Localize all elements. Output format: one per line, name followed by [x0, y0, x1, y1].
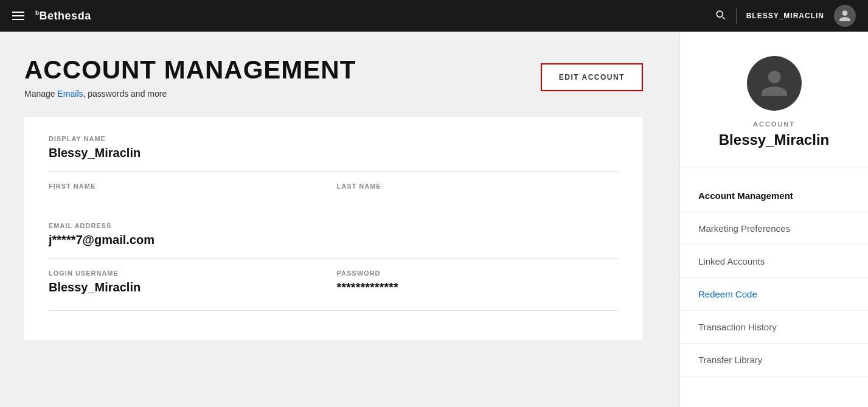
- password-label: PASSWORD: [337, 270, 619, 277]
- last-name-label: LAST NAME: [337, 183, 619, 190]
- sidebar-item-linked-accounts[interactable]: Linked Accounts: [680, 245, 868, 278]
- email-label: EMAIL ADDRESS: [49, 222, 619, 229]
- password-group: PASSWORD *************: [337, 270, 619, 294]
- email-group: EMAIL ADDRESS j*****7@gmail.com: [49, 222, 619, 247]
- last-name-value: [337, 193, 619, 207]
- password-value: *************: [337, 280, 619, 294]
- search-icon[interactable]: [714, 9, 726, 23]
- login-username-label: LOGIN USERNAME: [49, 270, 331, 277]
- account-card: DISPLAY NAME Blessy_Miraclin FIRST NAME …: [24, 117, 643, 340]
- sidebar-account-label: ACCOUNT: [753, 120, 795, 128]
- login-row: LOGIN USERNAME Blessy_Miraclin PASSWORD …: [49, 270, 619, 299]
- page-title: ACCOUNT MANAGEMENT: [24, 56, 356, 84]
- nav-divider: [736, 7, 737, 24]
- topnav-left: bBethesda: [12, 10, 91, 23]
- nav-username: BLESSY_MIRACLIN: [746, 12, 824, 20]
- divider-1: [49, 171, 619, 172]
- sidebar-item-transaction-history[interactable]: Transaction History: [680, 311, 868, 344]
- first-name-group: FIRST NAME: [49, 183, 331, 207]
- sidebar-item-marketing-preferences[interactable]: Marketing Preferences: [680, 212, 868, 245]
- subtitle-rest: , passwords and more: [83, 89, 167, 99]
- subtitle-text: Manage: [24, 89, 57, 99]
- sidebar-item-account-management[interactable]: Account Management: [680, 179, 868, 212]
- subtitle-link[interactable]: Emails: [57, 89, 83, 99]
- header-title-block: ACCOUNT MANAGEMENT Manage Emails, passwo…: [24, 56, 356, 99]
- topnav-right: BLESSY_MIRACLIN: [714, 5, 856, 27]
- page-subtitle: Manage Emails, passwords and more: [24, 89, 356, 99]
- first-name-value: [49, 193, 331, 207]
- edit-account-button[interactable]: EDIT ACCOUNT: [541, 63, 643, 91]
- divider-3: [49, 310, 619, 311]
- email-value: j*****7@gmail.com: [49, 233, 619, 247]
- sidebar-avatar: [747, 56, 802, 111]
- sidebar-item-transfer-library[interactable]: Transfer Library: [680, 344, 868, 377]
- login-username-group: LOGIN USERNAME Blessy_Miraclin: [49, 270, 331, 294]
- nav-avatar[interactable]: [834, 5, 856, 27]
- page-body: ACCOUNT MANAGEMENT Manage Emails, passwo…: [0, 32, 868, 407]
- display-name-value: Blessy_Miraclin: [49, 146, 619, 160]
- name-row: FIRST NAME LAST NAME: [49, 183, 619, 212]
- sidebar-username: Blessy_Miraclin: [719, 131, 829, 148]
- logo: bBethesda: [35, 10, 91, 23]
- sidebar-nav: Account Management Marketing Preferences…: [680, 167, 868, 407]
- display-name-label: DISPLAY NAME: [49, 135, 619, 142]
- header-row: ACCOUNT MANAGEMENT Manage Emails, passwo…: [24, 56, 643, 99]
- hamburger-icon[interactable]: [12, 12, 24, 20]
- last-name-group: LAST NAME: [337, 183, 619, 207]
- sidebar-profile: ACCOUNT Blessy_Miraclin: [680, 32, 868, 167]
- main-content: ACCOUNT MANAGEMENT Manage Emails, passwo…: [0, 32, 679, 407]
- first-name-label: FIRST NAME: [49, 183, 331, 190]
- login-username-value: Blessy_Miraclin: [49, 280, 331, 294]
- sidebar-item-redeem-code[interactable]: Redeem Code: [680, 278, 868, 311]
- display-name-group: DISPLAY NAME Blessy_Miraclin: [49, 135, 619, 160]
- topnav: bBethesda BLESSY_MIRACLIN: [0, 0, 868, 32]
- sidebar: ACCOUNT Blessy_Miraclin Account Manageme…: [679, 32, 868, 407]
- divider-2: [49, 258, 619, 259]
- logo-sup: b: [35, 10, 40, 16]
